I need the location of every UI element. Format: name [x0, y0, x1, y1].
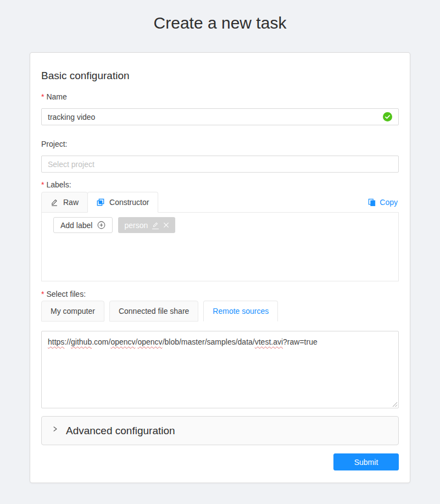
project-select-wrap — [41, 156, 399, 173]
success-check-icon — [383, 112, 392, 121]
select-files-label: *Select files: — [41, 290, 399, 298]
page-title: Create a new task — [0, 13, 440, 33]
name-label: *Name — [41, 92, 399, 101]
advanced-configuration-header[interactable]: Advanced configuration — [41, 416, 399, 445]
textarea-resize-handle[interactable] — [392, 401, 398, 407]
remote-urls-textarea[interactable]: https://github.com/opencv/opencv/blob/ma… — [41, 331, 399, 408]
advanced-configuration-title: Advanced configuration — [66, 425, 175, 437]
name-input[interactable] — [48, 113, 383, 121]
basic-configuration-title: Basic configuration — [41, 70, 399, 82]
plus-circle-icon — [97, 221, 105, 229]
block-icon — [97, 198, 104, 206]
create-task-card: Basic configuration *Name Project: *Labe… — [30, 52, 410, 483]
chevron-right-icon — [52, 425, 59, 433]
file-source-tabs: My computer Connected file share Remote … — [41, 301, 399, 322]
project-select[interactable] — [48, 160, 392, 169]
project-label: Project: — [41, 140, 399, 148]
labels-tabs: Raw Constructor Copy — [41, 192, 399, 213]
tab-connected-file-share[interactable]: Connected file share — [109, 301, 198, 322]
submit-button[interactable]: Submit — [333, 453, 399, 470]
tab-my-computer[interactable]: My computer — [41, 301, 104, 322]
copy-icon — [368, 198, 376, 206]
edit-label-icon[interactable] — [152, 221, 159, 229]
tab-raw[interactable]: Raw — [41, 192, 88, 213]
tab-remote-sources[interactable]: Remote sources — [203, 301, 278, 322]
required-mark: * — [41, 180, 44, 189]
label-tag-person[interactable]: person — [118, 217, 175, 233]
name-input-wrap — [41, 108, 399, 125]
edit-icon — [51, 198, 58, 206]
add-label-button[interactable]: Add label — [53, 217, 113, 233]
required-mark: * — [41, 290, 44, 298]
delete-label-icon[interactable] — [163, 222, 169, 228]
tab-constructor[interactable]: Constructor — [87, 192, 158, 213]
labels-constructor-area: Add label person — [41, 212, 399, 281]
required-mark: * — [41, 92, 44, 101]
copy-labels-button[interactable]: Copy — [368, 198, 399, 207]
labels-label: *Labels: — [41, 180, 399, 189]
